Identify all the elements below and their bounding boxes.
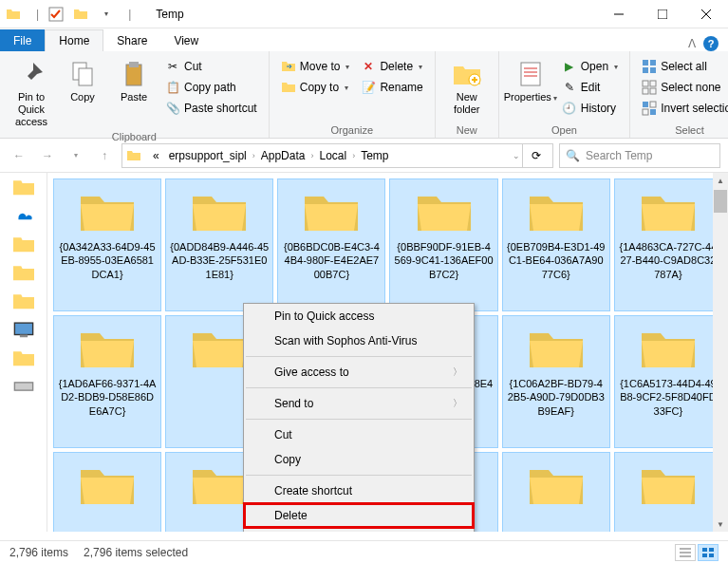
close-button[interactable]	[684, 0, 728, 28]
window-title: Temp	[156, 8, 183, 21]
scroll-thumb[interactable]	[714, 190, 727, 213]
tab-view[interactable]: View	[160, 29, 212, 51]
cut-button[interactable]: ✂Cut	[161, 57, 261, 76]
folder-item[interactable]: {1C06A2BF-BD79-42B5-A90D-79D0DB3B9EAF}	[502, 315, 610, 448]
folder-item[interactable]: {1AD6AF66-9371-4AD2-BDB9-D58E86DE6A7C}	[53, 315, 161, 448]
folder-icon	[126, 148, 141, 163]
svg-rect-3	[79, 68, 92, 85]
properties-button[interactable]: Properties	[507, 55, 554, 103]
svg-rect-17	[650, 109, 656, 115]
edit-button[interactable]: ✎Edit	[558, 78, 622, 97]
history-dropdown[interactable]: ⌄	[513, 151, 520, 160]
ctx-create-shortcut[interactable]: Create shortcut	[244, 479, 474, 503]
svg-rect-21	[19, 335, 27, 338]
up-button[interactable]: ↑	[93, 144, 116, 167]
maximize-button[interactable]	[641, 0, 684, 28]
this-pc-icon[interactable]	[13, 321, 34, 338]
scroll-up-arrow[interactable]: ▲	[713, 173, 728, 188]
ctx-copy[interactable]: Copy	[244, 447, 474, 472]
tab-file[interactable]: File	[0, 29, 45, 51]
paste-button[interactable]: Paste	[110, 55, 158, 103]
svg-rect-12	[643, 81, 648, 86]
ctx-pin-to-quick-access[interactable]: Pin to Quick access	[244, 304, 474, 328]
folder-icon[interactable]	[13, 349, 34, 366]
help-icon[interactable]: ?	[703, 36, 719, 51]
paste-shortcut-icon: 📎	[165, 101, 180, 116]
history-button[interactable]: 🕘History	[558, 99, 622, 118]
search-input[interactable]: 🔍 Search Temp	[559, 143, 720, 168]
tab-share[interactable]: Share	[103, 29, 160, 51]
move-to-button[interactable]: Move to	[277, 57, 354, 76]
open-button[interactable]: ▶Open	[558, 57, 622, 76]
refresh-button[interactable]: ⟳	[522, 144, 549, 167]
folder-item[interactable]: {0EB709B4-E3D1-49C1-BE64-036A7A9077C6}	[502, 178, 610, 311]
file-list[interactable]: {0A342A33-64D9-45EB-8955-03EA6581DCA1}{0…	[47, 173, 728, 532]
invert-selection-button[interactable]: Invert selection	[638, 99, 728, 118]
ctx-rename[interactable]: Rename	[244, 528, 474, 532]
drive-icon[interactable]	[13, 378, 34, 395]
copy-to-button[interactable]: Copy to	[277, 78, 354, 97]
checkbox-icon[interactable]	[48, 7, 64, 22]
navigation-pane[interactable]	[0, 173, 47, 532]
ctx-send-to[interactable]: Send to〉	[244, 391, 474, 416]
select-none-icon	[642, 80, 657, 95]
ctx-cut[interactable]: Cut	[244, 422, 474, 447]
folder-item[interactable]: {0A342A33-64D9-45EB-8955-03EA6581DCA1}	[53, 178, 161, 311]
qa-dropdown[interactable]	[98, 7, 113, 22]
details-view-button[interactable]	[675, 544, 696, 561]
folder-icon[interactable]	[13, 235, 34, 253]
collapse-ribbon-icon[interactable]: ᐱ	[688, 37, 696, 50]
folder-item[interactable]: {0BBF90DF-91EB-4569-9C41-136AEF00B7C2}	[389, 178, 497, 311]
copy-path-button[interactable]: 📋Copy path	[161, 78, 261, 97]
breadcrumb[interactable]: « erpsupport_sipl› AppData› Local› Temp …	[121, 143, 553, 168]
crumb[interactable]: Local	[315, 149, 350, 162]
copy-button[interactable]: Copy	[59, 55, 106, 103]
folder-icon[interactable]	[13, 178, 34, 196]
folder-name: {0BBF90DF-91EB-4569-9C41-136AEF00B7C2}	[394, 240, 493, 281]
onedrive-icon[interactable]	[13, 207, 34, 224]
folder-item[interactable]: {0B6BDC0B-E4C3-44B4-980F-E4E2AE700B7C}	[277, 178, 385, 311]
recent-dropdown[interactable]: ▾	[65, 144, 87, 167]
folder-icon[interactable]	[13, 292, 34, 310]
folder-icon[interactable]	[13, 264, 34, 281]
folder-item[interactable]	[53, 452, 161, 532]
folder-item[interactable]	[502, 452, 610, 532]
paste-shortcut-button[interactable]: 📎Paste shortcut	[161, 99, 261, 118]
ctx-delete[interactable]: Delete	[244, 503, 474, 528]
svg-rect-24	[709, 548, 714, 552]
pin-to-quick-access-button[interactable]: Pin to Quick access	[8, 55, 55, 129]
group-label: Open	[507, 122, 622, 136]
svg-rect-4	[126, 65, 141, 85]
crumb[interactable]: erpsupport_sipl	[165, 149, 251, 162]
scroll-down-arrow[interactable]: ▼	[713, 516, 728, 532]
vertical-scrollbar[interactable]: ▲ ▼	[713, 173, 728, 532]
crumb[interactable]: AppData	[257, 149, 309, 162]
folder-item[interactable]: {0ADD84B9-A446-45AD-B33E-25F531E01E81}	[165, 178, 273, 311]
chevron-right-icon: 〉	[453, 397, 462, 410]
ctx-give-access-to[interactable]: Give access to〉	[244, 360, 474, 385]
tab-home[interactable]: Home	[45, 29, 103, 51]
copy-icon	[67, 59, 98, 89]
ctx-scan-antivirus[interactable]: Scan with Sophos Anti-Virus	[244, 328, 474, 353]
folder-icon	[526, 460, 587, 508]
select-all-button[interactable]: Select all	[638, 57, 728, 76]
delete-button[interactable]: ✕Delete	[357, 57, 426, 76]
new-folder-button[interactable]: New folder	[443, 55, 491, 116]
svg-rect-13	[650, 81, 656, 86]
folder-icon	[77, 460, 138, 508]
crumb[interactable]: «	[149, 149, 163, 162]
icons-view-button[interactable]	[698, 544, 719, 561]
folder-item[interactable]: {1C6A5173-44D4-49B8-9CF2-5F8D40FD33FC}	[614, 315, 722, 448]
group-label: New	[443, 122, 491, 136]
folder-name: {1C06A2BF-BD79-42B5-A90D-79D0DB3B9EAF}	[507, 377, 606, 418]
forward-button[interactable]: →	[36, 144, 59, 167]
back-button[interactable]: ←	[8, 144, 30, 167]
folder-item[interactable]: {1A4863CA-727C-4427-B440-C9AD8C32787A}	[614, 178, 722, 311]
rename-button[interactable]: 📝Rename	[357, 78, 426, 97]
crumb[interactable]: Temp	[357, 149, 392, 162]
svg-rect-19	[643, 109, 648, 115]
select-none-button[interactable]: Select none	[638, 78, 728, 97]
folder-item[interactable]	[614, 452, 722, 532]
svg-rect-22	[14, 383, 32, 390]
minimize-button[interactable]	[597, 0, 641, 28]
